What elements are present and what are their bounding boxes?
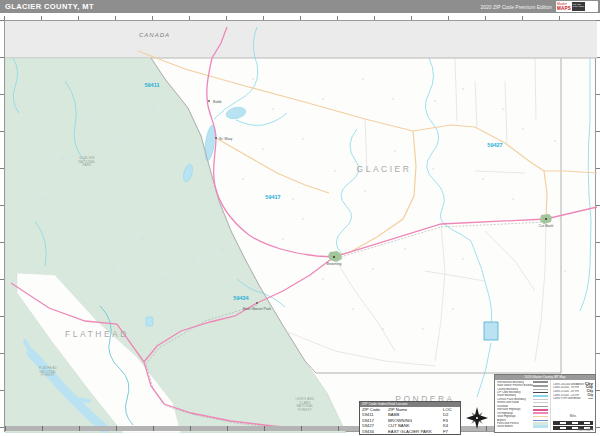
zip-label-59417: 59417: [265, 194, 280, 200]
legend-sample: [533, 420, 548, 421]
brand-logo-text: Market MAPS: [557, 3, 571, 10]
legend-line-items: International Boundary State and/or Prov…: [495, 380, 551, 431]
legend-sample: [533, 425, 548, 428]
edition-label: 2020 ZIP Code Premium Edition: [480, 4, 552, 10]
county-label-flathead: FLATHEAD: [65, 329, 129, 339]
legend-sample: [533, 392, 548, 393]
legend-sample: [533, 395, 548, 397]
legend-city-items: Cities 100,000 and AboveCity Cities 50,0…: [551, 380, 595, 431]
brand-name: MAPS: [557, 7, 571, 10]
city-label-browning: Browning: [327, 262, 342, 266]
brand-logo: Market MAPS USA ZIP Code Maps: [556, 1, 598, 12]
legend-sample: [533, 409, 548, 411]
county-map-svg: Browning Cut Bank Babb St. Mary East Gla…: [5, 21, 597, 433]
header-right: 2020 ZIP Code Premium Edition Market MAP…: [480, 1, 598, 12]
table-row: 59434EAST GLACIER PARKF7: [360, 429, 460, 434]
brand-tagline: USA ZIP Code Maps: [572, 2, 585, 11]
city-label-st-mary: St. Mary: [219, 137, 233, 141]
city-label-babb: Babb: [213, 100, 221, 104]
page-title: GLACIER COUNTY, MT: [5, 2, 94, 11]
compass-rose-icon: [466, 407, 488, 429]
city-label-cut-bank: Cut Bank: [539, 224, 554, 228]
legend-sample: [533, 412, 548, 414]
cities: Browning Cut Bank Babb St. Mary East Gla…: [208, 100, 553, 312]
map-canvas[interactable]: Browning Cut Bank Babb St. Mary East Gla…: [4, 20, 596, 432]
zip-label-59411: 59411: [145, 82, 160, 88]
legend-sample: [533, 399, 548, 400]
city-label-east-glacier: East Glacier Park: [243, 307, 271, 311]
map-legend: 2020 Glacier County, MT Map Internationa…: [494, 374, 596, 433]
local-roads: [285, 58, 546, 366]
zip-label-59434: 59434: [233, 295, 249, 301]
scale-bar: Miles: [553, 403, 593, 430]
copyright-credit: © MarketMAPS: [576, 429, 594, 432]
county-label-glacier: GLACIER: [357, 164, 412, 174]
legend-sample: [533, 402, 548, 403]
legend-sample: [533, 389, 548, 390]
legend-sample: [533, 416, 548, 418]
canada-label: CANADA: [139, 32, 170, 38]
svg-text:FOREST: FOREST: [298, 408, 312, 412]
legend-sample: [533, 385, 548, 387]
svg-text:FOREST: FOREST: [41, 373, 55, 377]
map-product-page: GLACIER COUNTY, MT 2020 ZIP Code Premium…: [0, 0, 600, 436]
zip-label-59427: 59427: [487, 142, 502, 148]
svg-text:PARK: PARK: [82, 163, 91, 167]
header-bar: GLACIER COUNTY, MT 2020 ZIP Code Premium…: [0, 0, 600, 13]
canada-area: [5, 21, 597, 58]
zip-index-table: ZIP Code Index/Grid Locator ZIP Code ZIP…: [359, 401, 461, 435]
legend-sample: [533, 381, 548, 383]
legend-sample: [533, 406, 548, 407]
